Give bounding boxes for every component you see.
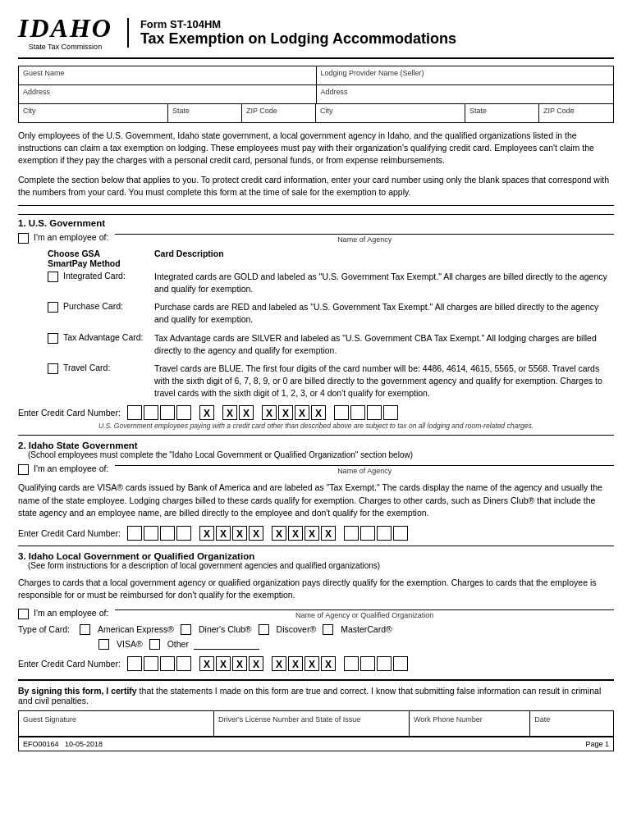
footer-form-number: EFO00164 10-05-2018 — [23, 740, 103, 748]
gsa-row-0: Integrated Card: Integrated cards are GO… — [48, 271, 614, 294]
cc3-b2[interactable] — [144, 656, 158, 671]
visa-checkbox[interactable] — [98, 639, 109, 650]
gsa-checkbox-2[interactable] — [48, 333, 58, 344]
intro-para2: Complete the section below that applies … — [18, 174, 614, 199]
type-label: Type of Card: — [18, 624, 70, 634]
cc1-b3[interactable] — [160, 405, 175, 420]
section1-employee-label: I'm an employee of: — [34, 232, 108, 242]
cc1-b8[interactable] — [383, 405, 398, 420]
drivers-license-cell: Driver's License Number and State of Iss… — [214, 711, 410, 736]
gsa-col2-header: Card Description — [154, 249, 614, 268]
gsa-card-desc-2: Tax Advantage cards are SILVER and label… — [154, 332, 614, 356]
gsa-card-label-2: Tax Advantage Card: — [48, 332, 154, 344]
cc1-b1[interactable] — [127, 405, 142, 420]
cc3-x2: X — [216, 656, 231, 671]
cert-bold: By signing this form, I certify — [18, 686, 137, 696]
cc2-x5: X — [272, 526, 286, 541]
work-phone-cell: Work Phone Number — [410, 711, 530, 736]
section3-employee-label: I'm an employee of: — [34, 608, 108, 618]
cc2-b4[interactable] — [176, 526, 191, 541]
gsa-checkbox-3[interactable] — [48, 363, 58, 374]
card-option-amex: American Express® — [80, 623, 174, 635]
gsa-row-3: Travel Card: Travel cards are BLUE. The … — [48, 363, 614, 399]
amex-label: American Express® — [98, 624, 174, 634]
section3-cc-row: Enter Credit Card Number: X X X X X X X … — [18, 656, 614, 671]
cc2-x8: X — [321, 526, 336, 541]
cc1-b4[interactable] — [176, 405, 191, 420]
gsa-card-label-0: Integrated Card: — [48, 271, 154, 282]
section3-subtitle: (See form instructions for a description… — [28, 561, 614, 570]
cc1-x2: X — [222, 405, 237, 420]
cc3-b6[interactable] — [360, 656, 375, 671]
cc3-x7: X — [305, 656, 319, 671]
section3-desc: Charges to cards that a local government… — [18, 577, 614, 601]
section1-employee-row: I'm an employee of: Name of Agency — [18, 232, 614, 244]
section2-cc-label: Enter Credit Card Number: — [18, 528, 121, 538]
cc2-x6: X — [288, 526, 303, 541]
gsa-card-desc-0: Integrated cards are GOLD and labeled as… — [154, 271, 614, 294]
cc1-x4: X — [262, 405, 277, 420]
cc1-b7[interactable] — [367, 405, 382, 420]
gsa-checkbox-0[interactable] — [48, 272, 58, 282]
cc1-x3: X — [239, 405, 254, 420]
section1-agency-label: Name of Agency — [115, 235, 614, 244]
cc3-x8: X — [321, 656, 336, 671]
section2-agency-label: Name of Agency — [115, 467, 614, 475]
section2-employee-label: I'm an employee of: — [34, 463, 108, 473]
cc1-b2[interactable] — [144, 405, 158, 420]
cc2-b3[interactable] — [160, 526, 175, 541]
mastercard-checkbox[interactable] — [323, 624, 333, 635]
gsa-checkbox-1[interactable] — [48, 302, 58, 313]
section2-title: 2. Idaho State Government — [18, 441, 614, 450]
cc3-b7[interactable] — [377, 656, 392, 671]
state-right-label: State — [469, 107, 534, 115]
cc3-x5: X — [272, 656, 286, 671]
cc3-b1[interactable] — [127, 656, 142, 671]
row-names: Guest Name Lodging Provider Name (Seller… — [19, 66, 613, 85]
cc2-b5[interactable] — [344, 526, 359, 541]
zip-left-cell: ZIP Code — [242, 104, 316, 122]
certification-section: By signing this form, I certify that the… — [18, 679, 614, 705]
section2-desc: Qualifying cards are VISA® cards issued … — [18, 482, 614, 519]
section2-subtitle: (School employees must complete the "Ida… — [28, 450, 614, 459]
form-id: Form ST-104HM — [140, 18, 456, 30]
cc2-b2[interactable] — [144, 526, 158, 541]
guest-name-cell: Guest Name — [19, 66, 317, 84]
signature-row: Guest Signature Driver's License Number … — [18, 710, 614, 737]
diners-checkbox[interactable] — [181, 624, 191, 635]
section1-checkbox[interactable] — [18, 233, 29, 244]
drivers-license-label: Driver's License Number and State of Iss… — [218, 715, 360, 724]
lodging-provider-label: Lodging Provider Name (Seller) — [321, 69, 610, 77]
cc2-b8[interactable] — [393, 526, 408, 541]
gsa-card-label-1: Purchase Card: — [48, 301, 154, 313]
cc2-b1[interactable] — [127, 526, 142, 541]
amex-checkbox[interactable] — [80, 624, 90, 635]
section2-checkbox[interactable] — [18, 464, 29, 475]
section3-checkbox[interactable] — [18, 609, 29, 619]
card-option-visa: VISA® — [98, 638, 143, 650]
card-option-other: Other — [149, 638, 259, 650]
cc2-b7[interactable] — [377, 526, 392, 541]
gsa-header: Choose GSA SmartPay Method Card Descript… — [48, 249, 614, 268]
address-right-label: Address — [321, 88, 610, 96]
section1-cc-label: Enter Credit Card Number: — [18, 408, 121, 418]
discover-checkbox[interactable] — [259, 624, 269, 635]
section1-agency-line — [115, 234, 614, 235]
city-right-label: City — [320, 107, 460, 115]
cc2-b6[interactable] — [360, 526, 375, 541]
cc1-b5[interactable] — [334, 405, 349, 420]
cc3-b5[interactable] — [344, 656, 359, 671]
guest-name-label: Guest Name — [23, 69, 312, 77]
state-left-label: State — [172, 107, 237, 115]
discover-label: Discover® — [277, 624, 317, 634]
cc3-b4[interactable] — [176, 656, 191, 671]
page-header: IDAHO State Tax Commission Form ST-104HM… — [18, 15, 614, 59]
gsa-card-name-3: Travel Card: — [63, 363, 110, 372]
cc2-x2: X — [216, 526, 231, 541]
other-checkbox[interactable] — [149, 639, 160, 650]
work-phone-label: Work Phone Number — [414, 715, 483, 724]
cc3-b8[interactable] — [393, 656, 408, 671]
cc3-b3[interactable] — [160, 656, 175, 671]
diners-label: Diner's Club® — [199, 624, 252, 634]
cc1-b6[interactable] — [350, 405, 365, 420]
